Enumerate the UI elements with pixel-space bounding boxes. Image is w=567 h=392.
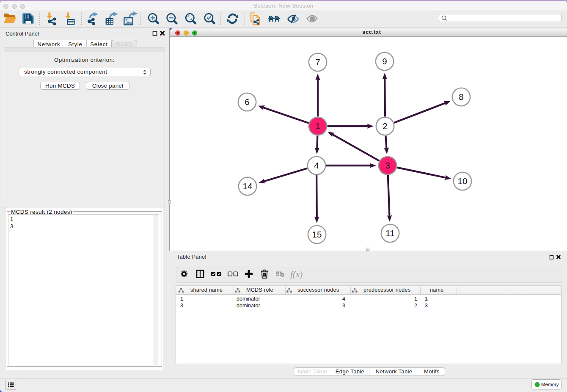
svg-text:8: 8 [459, 92, 463, 102]
svg-text:1: 1 [315, 121, 320, 131]
svg-text:10: 10 [458, 176, 468, 186]
svg-text:4: 4 [314, 160, 319, 170]
svg-text:6: 6 [245, 97, 249, 107]
svg-text:2: 2 [383, 121, 387, 131]
svg-text:f(x): f(x) [290, 269, 303, 279]
svg-text:7: 7 [315, 57, 320, 67]
svg-text:3: 3 [385, 160, 390, 170]
svg-text:15: 15 [312, 229, 322, 239]
svg-text:11: 11 [385, 228, 394, 238]
svg-text:9: 9 [382, 56, 387, 66]
svg-text:14: 14 [243, 181, 253, 191]
